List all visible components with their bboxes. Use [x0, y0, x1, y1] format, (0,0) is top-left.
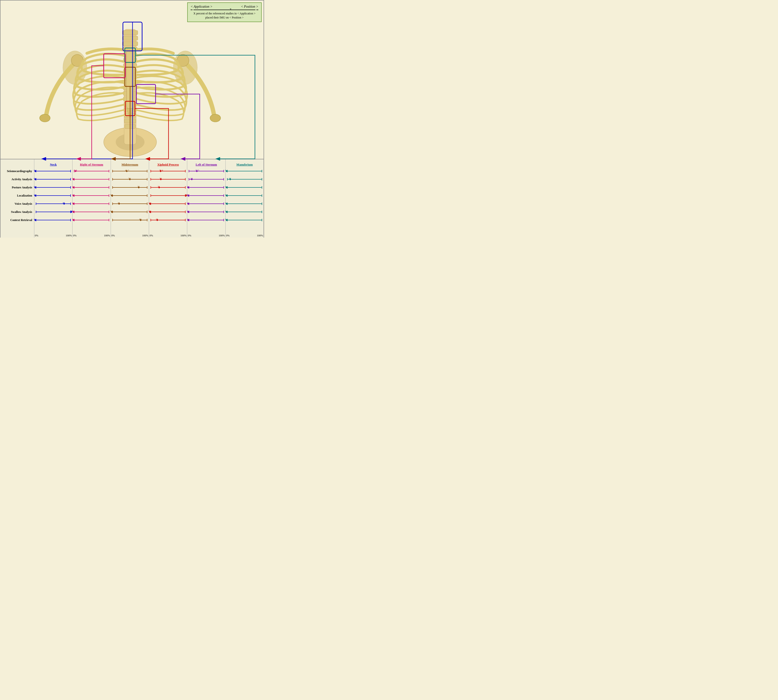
bar-cap-right-midsternum-0 [147, 170, 147, 172]
bar-value-label-neck-0: 0 [34, 169, 35, 172]
bar-line-neck-0 [36, 171, 71, 171]
bar-line-manubrium-5 [227, 212, 262, 212]
bar-value-label-right_sternum-2: 0 [72, 185, 73, 188]
col-header-left_sternum: Left of Sternum [187, 159, 225, 167]
bar-cap-right-midsternum-6 [147, 219, 147, 221]
bar-line-xiphoid-1 [150, 179, 185, 180]
bar-value-label-right_sternum-1: 0 [72, 177, 73, 180]
col-max-neck: 100% [66, 234, 72, 237]
bar-cap-right-manubrium-6 [262, 219, 262, 221]
bar-line-midsternum-3 [112, 195, 147, 196]
bar-value-label-xiphoid-6: 20 [156, 218, 158, 220]
row-label-localization: Localization [0, 192, 34, 200]
bar-cap-right-right_sternum-3 [109, 194, 109, 197]
svg-rect-5 [122, 42, 138, 46]
data-cell-right_sternum-3: 0 [72, 192, 110, 200]
col-footer-neck: 0%100% [34, 233, 72, 238]
bar-line-manubrium-1 [227, 179, 262, 180]
bar-cap-right-left_sternum-3 [224, 194, 224, 197]
bar-value-label-left_sternum-2: 0 [187, 185, 188, 188]
bar-line-neck-3 [36, 195, 71, 196]
bar-cap-right-neck-2 [70, 186, 71, 188]
bar-cap-right-left_sternum-5 [224, 211, 224, 213]
bar-line-midsternum-0 [112, 171, 147, 171]
bar-line-left_sternum-5 [189, 212, 224, 212]
data-cell-xiphoid-6: 20 [149, 216, 187, 224]
col-max-midsternum: 100% [142, 234, 149, 237]
bar-cap-right-right_sternum-2 [109, 186, 109, 188]
bar-value-label-midsternum-1: 50 [129, 177, 130, 180]
bar-cap-right-xiphoid-6 [185, 219, 185, 221]
data-cell-midsternum-6: 80 [111, 216, 149, 224]
bar-cap-right-left_sternum-2 [224, 186, 224, 188]
bar-line-left_sternum-0 [189, 171, 224, 171]
bar-value-label-midsternum-0: 41.2 [125, 169, 129, 172]
col-header-neck: Neck [34, 159, 72, 167]
bar-value-label-right_sternum-0: 5.9 [74, 169, 77, 172]
data-cell-neck-2: 0 [34, 183, 72, 192]
bar-cap-right-neck-3 [70, 194, 71, 197]
data-cell-xiphoid-5: 0 [149, 208, 187, 216]
bar-value-label-right_sternum-6: 0 [72, 218, 73, 220]
bar-cap-left-xiphoid-1 [150, 178, 151, 180]
data-cell-midsternum-4: 20 [111, 200, 149, 208]
data-cell-left_sternum-5: 0 [187, 208, 225, 216]
bar-value-label-neck-4: 80 [63, 202, 65, 204]
bar-value-label-neck-3: 0 [34, 194, 35, 196]
data-cell-left_sternum-6: 0 [187, 216, 225, 224]
bar-cap-right-left_sternum-6 [224, 219, 224, 221]
bar-value-label-left_sternum-6: 0 [187, 218, 188, 220]
bar-cap-right-midsternum-1 [147, 178, 147, 180]
col-header-right_sternum: Right of Sternum [72, 159, 110, 167]
bar-cap-right-left_sternum-4 [224, 203, 224, 205]
bar-cap-left-xiphoid-2 [150, 186, 151, 188]
bar-line-right_sternum-1 [74, 179, 109, 180]
bar-cap-left-neck-5 [36, 211, 36, 213]
svg-rect-21 [127, 51, 134, 108]
data-cell-xiphoid-1: 30 [149, 175, 187, 183]
data-cell-manubrium-0: 0 [225, 167, 264, 175]
col-neck: Neck00008010000%100% [34, 159, 72, 238]
data-cell-xiphoid-3: 100 [149, 192, 187, 200]
bar-cap-left-midsternum-4 [112, 203, 113, 205]
bar-value-label-left_sternum-0: 23.5 [195, 169, 199, 172]
bar-line-neck-6 [36, 220, 71, 220]
row-label-posture-analysis: Posture Analysis [0, 183, 34, 192]
bar-line-left_sternum-3 [189, 195, 224, 196]
bar-value-label-xiphoid-5: 0 [149, 210, 150, 212]
col-footer-midsternum: 0%100% [111, 233, 149, 238]
col-header-xiphoid: Xiphoid Process [149, 159, 187, 167]
bar-value-label-right_sternum-3: 0 [72, 194, 73, 196]
data-cell-right_sternum-2: 0 [72, 183, 110, 192]
bar-line-manubrium-0 [227, 171, 262, 171]
svg-rect-4 [122, 36, 138, 40]
skeleton-area [0, 0, 264, 164]
bar-cap-right-xiphoid-1 [185, 178, 185, 180]
data-cell-left_sternum-1: 10 [187, 175, 225, 183]
bar-line-right_sternum-4 [74, 203, 109, 204]
data-cell-neck-4: 80 [34, 200, 72, 208]
bar-cap-left-midsternum-1 [112, 178, 113, 180]
data-cell-midsternum-0: 41.2 [111, 167, 149, 175]
bar-cap-left-xiphoid-3 [150, 194, 151, 197]
bar-line-midsternum-6 [112, 220, 147, 220]
bar-cap-right-left_sternum-0 [224, 170, 224, 172]
data-cell-manubrium-5: 0 [225, 208, 264, 216]
bar-value-label-left_sternum-4: 0 [187, 202, 188, 204]
data-cell-left_sternum-4: 0 [187, 200, 225, 208]
bar-value-label-midsternum-2: 75 [137, 185, 139, 188]
data-cell-manubrium-4: 0 [225, 200, 264, 208]
bar-cap-right-midsternum-3 [147, 194, 147, 197]
col-max-xiphoid: 100% [180, 234, 187, 237]
data-cell-neck-3: 0 [34, 192, 72, 200]
bar-cap-right-neck-0 [70, 170, 71, 172]
bar-cap-right-right_sternum-0 [109, 170, 109, 172]
bar-cap-left-midsternum-6 [112, 219, 113, 221]
bar-cap-right-right_sternum-4 [109, 203, 109, 205]
bar-line-neck-2 [36, 187, 71, 188]
bar-line-right_sternum-6 [74, 220, 109, 220]
bar-value-label-xiphoid-4: 0 [149, 202, 150, 204]
bar-line-right_sternum-2 [74, 187, 109, 188]
bar-line-manubrium-3 [227, 195, 262, 196]
data-cell-xiphoid-4: 0 [149, 200, 187, 208]
